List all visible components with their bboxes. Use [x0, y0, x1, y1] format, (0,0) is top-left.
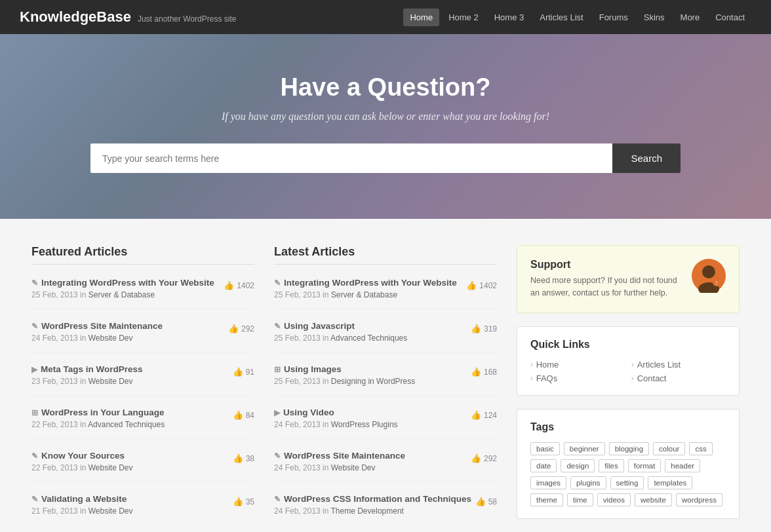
sidebar: Support Need more support? If you did no…: [517, 245, 740, 532]
tag-item[interactable]: files: [599, 459, 623, 472]
quick-link-label: FAQs: [536, 373, 558, 383]
article-title[interactable]: ✎ Integrating WordPress with Your Websit…: [274, 278, 466, 288]
tag-item[interactable]: plugins: [570, 476, 606, 489]
latest-articles-list: ✎ Integrating WordPress with Your Websit…: [274, 278, 497, 525]
quick-link-item[interactable]: ›Articles List: [631, 360, 726, 370]
quick-link-label: Contact: [637, 373, 667, 383]
article-category[interactable]: Website Dev: [89, 377, 133, 386]
article-item: ✎ Using Javascript 25 Feb, 2013 in Advan…: [274, 321, 497, 352]
article-title[interactable]: ✎ Know Your Sources: [31, 451, 233, 461]
article-category[interactable]: Server & Database: [89, 290, 155, 299]
article-type-icon: ▶: [274, 408, 280, 417]
article-category[interactable]: Advanced Techniques: [88, 420, 165, 429]
article-category[interactable]: Server & Database: [331, 290, 397, 299]
article-item: ▶ Meta Tags in WordPress 23 Feb, 2013 in…: [31, 364, 254, 396]
search-input[interactable]: [90, 143, 612, 173]
article-meta: 24 Feb, 2013 in Theme Development: [274, 506, 475, 516]
quick-links-grid: ›Home›Articles List›FAQs›Contact: [530, 360, 726, 383]
article-title[interactable]: ✎ WordPress Site Maintenance: [274, 451, 471, 461]
article-title[interactable]: ▶ Using Video: [274, 408, 471, 417]
article-title[interactable]: ✎ Integrating WordPress with Your Websit…: [31, 278, 224, 288]
quick-link-item[interactable]: ›Contact: [631, 373, 726, 383]
tag-item[interactable]: design: [561, 459, 595, 472]
quick-link-item[interactable]: ›Home: [530, 360, 625, 370]
tag-item[interactable]: website: [635, 493, 672, 506]
article-category[interactable]: Website Dev: [331, 463, 376, 472]
tag-item[interactable]: blogging: [609, 442, 649, 455]
tag-item[interactable]: videos: [597, 493, 631, 506]
quick-link-item[interactable]: ›FAQs: [530, 373, 625, 383]
nav-item-articles-list[interactable]: Articles List: [533, 9, 589, 26]
article-title-text: WordPress in Your Language: [41, 408, 165, 417]
nav-item-forums[interactable]: Forums: [593, 9, 635, 26]
nav-item-home-2[interactable]: Home 2: [442, 9, 485, 26]
nav-item-more[interactable]: More: [674, 9, 707, 26]
article-item: ✎ WordPress Site Maintenance 24 Feb, 201…: [274, 451, 497, 482]
article-title[interactable]: ✎ Validating a Website: [31, 494, 233, 504]
article-title-text: WordPress CSS Information and Techniques: [284, 494, 471, 504]
tag-item[interactable]: theme: [530, 493, 563, 506]
quick-link-arrow: ›: [530, 360, 533, 368]
site-logo[interactable]: KnowledgeBase: [20, 9, 131, 26]
like-icon: 👍: [233, 453, 243, 463]
nav-item-home[interactable]: Home: [403, 9, 439, 26]
article-category[interactable]: Theme Development: [331, 506, 404, 516]
tag-item[interactable]: basic: [530, 442, 560, 455]
tag-item[interactable]: setting: [610, 476, 644, 489]
article-title[interactable]: ✎ Using Javascript: [274, 321, 471, 331]
nav-item-contact[interactable]: Contact: [709, 9, 751, 26]
tag-item[interactable]: beginner: [564, 442, 605, 455]
quick-link-arrow: ›: [631, 374, 634, 382]
header: KnowledgeBase Just another WordPress sit…: [0, 0, 771, 34]
tags-list: basicbeginnerbloggingcolourcssdatedesign…: [530, 442, 726, 506]
latest-articles-column: Latest Articles ✎ Integrating WordPress …: [274, 245, 497, 532]
tag-item[interactable]: format: [628, 459, 662, 472]
article-title[interactable]: ✎ WordPress CSS Information and Techniqu…: [274, 494, 475, 504]
article-category[interactable]: Website Dev: [89, 333, 133, 343]
support-box: Support Need more support? If you did no…: [517, 245, 740, 313]
article-title-text: Using Video: [283, 408, 334, 417]
article-category[interactable]: WordPress Plugins: [331, 420, 398, 429]
article-title[interactable]: ⊞ Using Images: [274, 364, 471, 374]
nav-item-skins[interactable]: Skins: [637, 9, 671, 26]
featured-articles-list: ✎ Integrating WordPress with Your Websit…: [31, 278, 254, 525]
tag-item[interactable]: header: [665, 459, 700, 472]
article-category[interactable]: Designing in WordPress: [331, 377, 416, 386]
tag-item[interactable]: date: [530, 459, 557, 472]
article-title-text: Validating a Website: [41, 494, 127, 504]
like-count: 1402: [479, 281, 497, 290]
tag-item[interactable]: templates: [648, 476, 692, 489]
article-type-icon: ✎: [274, 495, 281, 504]
article-title-text: Know Your Sources: [41, 451, 125, 461]
search-button[interactable]: Search: [612, 143, 681, 173]
article-item: ✎ Validating a Website 21 Feb, 2013 in W…: [31, 494, 254, 525]
article-item: ⊞ WordPress in Your Language 22 Feb, 201…: [31, 408, 254, 439]
tag-item[interactable]: css: [689, 442, 712, 455]
tag-item[interactable]: colour: [653, 442, 685, 455]
nav-item-home-3[interactable]: Home 3: [488, 9, 531, 26]
tag-item[interactable]: wordpress: [676, 493, 722, 506]
article-title[interactable]: ▶ Meta Tags in WordPress: [31, 364, 233, 374]
like-count: 58: [488, 497, 497, 506]
article-type-icon: ✎: [31, 278, 38, 288]
article-category[interactable]: Advanced Techniques: [330, 333, 407, 343]
article-item: ✎ WordPress CSS Information and Techniqu…: [274, 494, 497, 525]
support-avatar: !: [692, 259, 726, 293]
article-meta: 25 Feb, 2013 in Server & Database: [31, 290, 224, 299]
article-category[interactable]: Website Dev: [89, 506, 133, 516]
article-info: ⊞ WordPress in Your Language 22 Feb, 201…: [31, 408, 233, 429]
article-title[interactable]: ✎ WordPress Site Maintenance: [31, 321, 228, 331]
quick-link-label: Articles List: [637, 360, 681, 370]
like-icon: 👍: [471, 410, 481, 420]
article-title[interactable]: ⊞ WordPress in Your Language: [31, 408, 233, 417]
article-info: ✎ WordPress CSS Information and Techniqu…: [274, 494, 475, 516]
tag-item[interactable]: time: [567, 493, 593, 506]
support-title: Support: [530, 259, 684, 271]
tag-item[interactable]: images: [530, 476, 566, 489]
article-likes: 👍 35: [233, 497, 254, 506]
like-count: 38: [246, 454, 254, 463]
article-info: ✎ WordPress Site Maintenance 24 Feb, 201…: [274, 451, 471, 472]
article-category[interactable]: Website Dev: [89, 463, 133, 472]
article-likes: 👍 292: [471, 453, 497, 463]
article-item: ✎ WordPress Site Maintenance 24 Feb, 201…: [31, 321, 254, 352]
